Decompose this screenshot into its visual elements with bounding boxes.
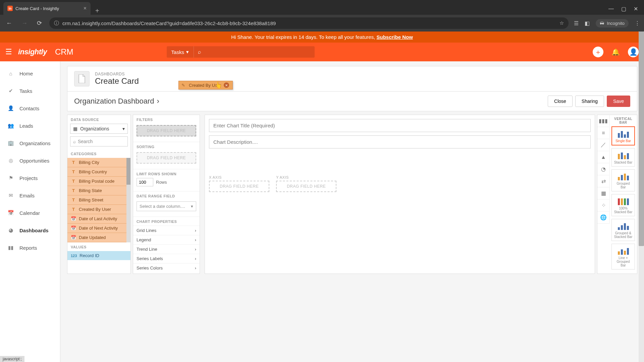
chart-property-item[interactable]: Grid Lines› <box>133 226 200 235</box>
bars-icon: ▮▮ <box>7 244 15 252</box>
chart-type-option[interactable]: Stacked Bar <box>611 148 635 167</box>
chevron-right-icon: › <box>195 265 196 270</box>
chevron-right-icon: › <box>195 228 196 233</box>
sidepanel-icon[interactable]: ◧ <box>585 20 590 26</box>
chart-property-item[interactable]: Series Labels› <box>133 254 200 263</box>
combo-type-tab[interactable]: ⇄ <box>597 175 609 187</box>
category-field[interactable]: 📅Date Updated <box>67 233 130 242</box>
line-type-tab[interactable]: ／ <box>597 139 609 151</box>
sidebar-item-dashboards[interactable]: ◕Dashboards <box>0 222 60 239</box>
chart-property-item[interactable]: Trend Line› <box>133 244 200 254</box>
reload-icon[interactable]: ⟳ <box>35 17 44 29</box>
sidebar-item-organizations[interactable]: 🏢Organizations <box>0 134 60 152</box>
close-icon[interactable]: × <box>84 5 87 11</box>
tab-title: Create Card - Insightly <box>15 6 59 11</box>
incognito-badge[interactable]: 🕶 Incognito <box>596 19 629 27</box>
sidebar-item-emails[interactable]: ✉Emails <box>0 187 60 204</box>
chart-title-input[interactable] <box>209 119 591 132</box>
category-field[interactable]: TBilling Street <box>67 195 130 205</box>
bar-type-tab[interactable]: ▮▮▮ <box>597 115 609 127</box>
subscribe-link[interactable]: Subscribe Now <box>376 34 413 40</box>
category-field[interactable]: TBilling Postal code <box>67 177 130 186</box>
field-search-input[interactable]: ⌕ Search <box>70 136 128 146</box>
back-icon[interactable]: ← <box>4 18 14 29</box>
field-type-icon: T <box>71 197 76 202</box>
chart-types-panel: ▮▮▮ ≡ ／ ▲ ◔ ⇄ ▦ ⁘ 🌐 VERTICAL BAR Single … <box>597 115 637 274</box>
chevron-right-icon: › <box>195 247 196 252</box>
category-field[interactable]: TBilling City <box>67 158 130 167</box>
scatter-type-tab[interactable]: ⁘ <box>597 199 609 212</box>
home-icon: ⌂ <box>7 69 15 77</box>
page-scrollbar-thumb[interactable] <box>639 32 644 246</box>
avatar-icon[interactable]: 👤 <box>628 47 639 57</box>
sidebar-item-contacts[interactable]: 👤Contacts <box>0 100 60 117</box>
chart-type-option[interactable]: Grouped Bar <box>611 169 635 191</box>
daterange-select[interactable]: Select a date column.... ▾ <box>137 201 196 211</box>
sidebar-item-tasks[interactable]: ✔Tasks <box>0 82 60 100</box>
bell-icon[interactable]: 🔔 <box>611 48 620 56</box>
map-type-tab[interactable]: 🌐 <box>597 212 609 224</box>
chevron-right-icon: › <box>195 237 196 242</box>
browser-tab[interactable]: in Create Card - Insightly × <box>3 2 91 15</box>
sidebar-item-leads[interactable]: 👥Leads <box>0 117 60 134</box>
chart-property-item[interactable]: Series Colors› <box>133 263 200 273</box>
category-field[interactable]: TCreated By User <box>67 205 130 214</box>
logo[interactable]: insightly <box>18 48 47 56</box>
horizontal-type-tab[interactable]: ≡ <box>597 127 609 139</box>
table-type-tab[interactable]: ▦ <box>597 187 609 199</box>
sidebar-item-projects[interactable]: ⚑Projects <box>0 169 60 187</box>
reader-icon[interactable]: ☰ <box>574 20 579 26</box>
scrollbar-thumb[interactable] <box>126 158 130 185</box>
dashboard-breadcrumb[interactable]: Organization Dashboard› <box>74 97 159 106</box>
category-field[interactable]: 📅Date of Next Activity <box>67 224 130 233</box>
remove-icon[interactable]: ✕ <box>224 82 229 88</box>
limit-input[interactable] <box>137 178 153 186</box>
chevron-right-icon: › <box>195 256 196 261</box>
chart-type-option[interactable]: Line + Grouped Bar <box>611 244 635 269</box>
chart-property-item[interactable]: Legend› <box>133 235 200 244</box>
url-input[interactable]: ⓘ crm.na1.insightly.com/Dashboards/Creat… <box>49 17 569 29</box>
site-info-icon[interactable]: ⓘ <box>54 20 59 26</box>
search-icon: ⌕ <box>198 49 201 55</box>
product-label: CRM <box>55 47 73 57</box>
window-close-icon[interactable]: ✕ <box>634 6 638 12</box>
maximize-icon[interactable]: ▢ <box>621 6 626 12</box>
xaxis-dropzone[interactable]: DRAG FIELD HERE <box>209 181 269 192</box>
sidebar-item-calendar[interactable]: 📅Calendar <box>0 204 60 222</box>
kebab-icon[interactable]: ⋮ <box>635 20 640 26</box>
new-tab-button[interactable]: + <box>91 7 104 15</box>
card-icon <box>74 71 90 86</box>
app-header: ☰ insightly CRM Tasks▾ ⌕ ＋ 🔔 👤 <box>0 43 644 61</box>
sidebar-item-opportunities[interactable]: ◎Opportunities <box>0 152 60 169</box>
favicon-icon: in <box>7 6 13 11</box>
dragging-field-chip[interactable]: ✎ Created By User ✕ <box>178 81 233 89</box>
chart-type-option[interactable]: 100% Stacked Bar <box>611 194 635 216</box>
save-button[interactable]: Save <box>607 96 630 107</box>
minimize-icon[interactable]: — <box>608 6 614 12</box>
pie-type-tab[interactable]: ◔ <box>597 163 609 175</box>
bookmark-icon[interactable]: ☆ <box>559 20 564 26</box>
chart-type-option[interactable]: Single Bar <box>611 126 635 145</box>
close-button[interactable]: Close <box>548 96 573 107</box>
add-button[interactable]: ＋ <box>593 47 603 57</box>
chart-desc-input[interactable] <box>209 135 591 148</box>
value-field[interactable]: 123Record ID <box>67 251 130 260</box>
chart-type-option[interactable]: Grouped & Stacked Bar <box>611 219 635 241</box>
sorting-dropzone[interactable]: DRAG FIELD HERE <box>137 152 196 164</box>
menu-icon[interactable]: ☰ <box>5 48 12 56</box>
category-field[interactable]: TBilling State <box>67 186 130 195</box>
sidebar-item-reports[interactable]: ▮▮Reports <box>0 239 60 256</box>
check-icon: ✔ <box>7 87 15 95</box>
category-field[interactable]: TBilling Country <box>67 167 130 177</box>
yaxis-dropzone[interactable]: DRAG FIELD HERE <box>276 181 336 192</box>
category-field[interactable]: 📅Date of Last Activity <box>67 214 130 224</box>
filters-dropzone[interactable]: DRAG FIELD HERE <box>137 125 196 136</box>
search-input[interactable]: ⌕ <box>194 46 315 58</box>
area-type-tab[interactable]: ▲ <box>597 151 609 163</box>
field-type-icon: 📅 <box>71 235 76 240</box>
chevron-right-icon: › <box>157 97 159 106</box>
datasource-select[interactable]: ▦ Organizations ▾ <box>70 124 128 134</box>
sharing-button[interactable]: Sharing <box>575 96 604 107</box>
sidebar-item-home[interactable]: ⌂Home <box>0 65 60 82</box>
search-scope-dropdown[interactable]: Tasks▾ <box>167 46 194 58</box>
